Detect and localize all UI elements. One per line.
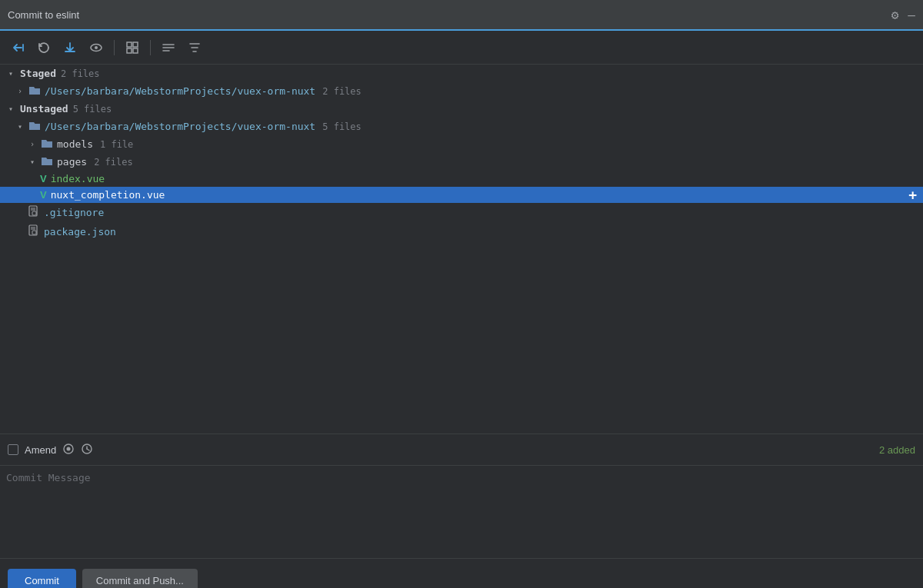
amend-settings-icon[interactable] — [62, 443, 75, 457]
unstaged-section-header[interactable]: ▾ Unstaged 5 files — [0, 100, 923, 118]
amend-checkbox[interactable] — [8, 444, 18, 455]
staged-chevron: ▾ — [6, 69, 15, 78]
toolbar-separator-2 — [150, 40, 151, 55]
models-count: 1 file — [100, 139, 133, 150]
unstaged-label: Unstaged — [20, 103, 68, 115]
staged-folder-chevron: › — [15, 87, 25, 95]
unstaged-folder-root[interactable]: ▾ /Users/barbara/WebstormProjects/vuex-o… — [0, 118, 923, 135]
svg-point-1 — [95, 46, 98, 49]
models-folder-icon — [41, 138, 53, 151]
toolbar-btn-group[interactable] — [121, 38, 144, 58]
unstaged-count: 5 files — [73, 104, 112, 115]
amend-status: 2 added — [879, 444, 915, 456]
staged-label: Staged — [20, 68, 56, 79]
toolbar — [0, 31, 923, 65]
vue-icon-completion: V — [40, 189, 47, 201]
nuxt-completion-vue-item[interactable]: V nuxt_completion.vue + Stage — [0, 187, 923, 203]
staged-count: 2 files — [61, 68, 100, 79]
minimize-icon[interactable]: — — [908, 8, 915, 22]
toolbar-btn-sort[interactable] — [157, 38, 180, 58]
folder-icon — [28, 85, 41, 98]
title-bar: Commit to eslint ⚙ — — [0, 0, 923, 31]
settings-icon[interactable]: ⚙ — [891, 8, 899, 22]
title-bar-icons: ⚙ — — [891, 8, 915, 22]
file-tree: ▾ Staged 2 files › /Users/barbara/Websto… — [0, 65, 923, 434]
toolbar-btn-arrow[interactable] — [6, 38, 29, 58]
package-json-name: package.json — [44, 226, 116, 238]
amend-bar: Amend 2 added — [0, 434, 923, 466]
amend-left: Amend — [8, 443, 879, 457]
svg-rect-2 — [127, 42, 132, 47]
commit-message-area — [0, 466, 923, 558]
unstaged-chevron: ▾ — [6, 105, 15, 113]
toolbar-separator-1 — [114, 40, 115, 55]
index-vue-item[interactable]: V index.vue — [0, 171, 923, 187]
staged-folder-count: 2 files — [322, 86, 362, 97]
toolbar-btn-refresh[interactable] — [32, 38, 55, 58]
svg-rect-13 — [32, 211, 36, 215]
commit-message-input[interactable] — [6, 472, 917, 552]
bottom-buttons: Commit Commit and Push... — [0, 558, 923, 588]
svg-point-21 — [67, 447, 71, 450]
svg-line-24 — [87, 449, 89, 450]
nuxt-completion-vue-name: nuxt_completion.vue — [51, 189, 165, 201]
models-folder-name: models — [57, 138, 93, 150]
models-chevron: › — [28, 140, 37, 148]
package-json-icon — [28, 224, 40, 239]
index-vue-name: index.vue — [51, 173, 105, 184]
stage-plus-btn[interactable]: + — [908, 187, 917, 203]
staged-folder-root[interactable]: › /Users/barbara/WebstormProjects/vuex-o… — [0, 82, 923, 100]
folder-icon-unstaged — [28, 120, 41, 133]
amend-clock-icon[interactable] — [81, 443, 93, 457]
gitignore-name: .gitignore — [44, 207, 104, 218]
pages-folder-icon — [41, 155, 53, 168]
pages-folder-name: pages — [57, 156, 87, 168]
svg-rect-4 — [127, 48, 132, 53]
pages-count: 2 files — [94, 157, 133, 168]
toolbar-btn-eye[interactable] — [85, 38, 108, 58]
staged-folder-name: /Users/barbara/WebstormProjects/vuex-orm… — [45, 85, 315, 97]
title-bar-text: Commit to eslint — [8, 9, 79, 21]
unstaged-root-chevron: ▾ — [15, 122, 25, 131]
svg-rect-17 — [32, 231, 36, 234]
unstaged-folder-name: /Users/barbara/WebstormProjects/vuex-orm… — [45, 121, 315, 132]
commit-and-push-button[interactable]: Commit and Push... — [82, 569, 198, 588]
package-json-item[interactable]: package.json — [0, 222, 923, 241]
svg-rect-5 — [133, 48, 138, 53]
gitignore-item[interactable]: .gitignore — [0, 203, 923, 222]
svg-rect-3 — [133, 42, 138, 47]
gitignore-icon — [28, 205, 40, 220]
unstaged-folder-count: 5 files — [322, 121, 362, 132]
commit-button[interactable]: Commit — [8, 569, 76, 588]
toolbar-btn-filter[interactable] — [183, 38, 206, 58]
toolbar-btn-download[interactable] — [58, 38, 82, 58]
amend-label: Amend — [25, 444, 56, 456]
vue-icon-index: V — [40, 173, 47, 184]
staged-section-header[interactable]: ▾ Staged 2 files — [0, 65, 923, 82]
models-folder[interactable]: › models 1 file — [0, 135, 923, 153]
pages-chevron: ▾ — [28, 158, 37, 166]
pages-folder[interactable]: ▾ pages 2 files — [0, 153, 923, 171]
